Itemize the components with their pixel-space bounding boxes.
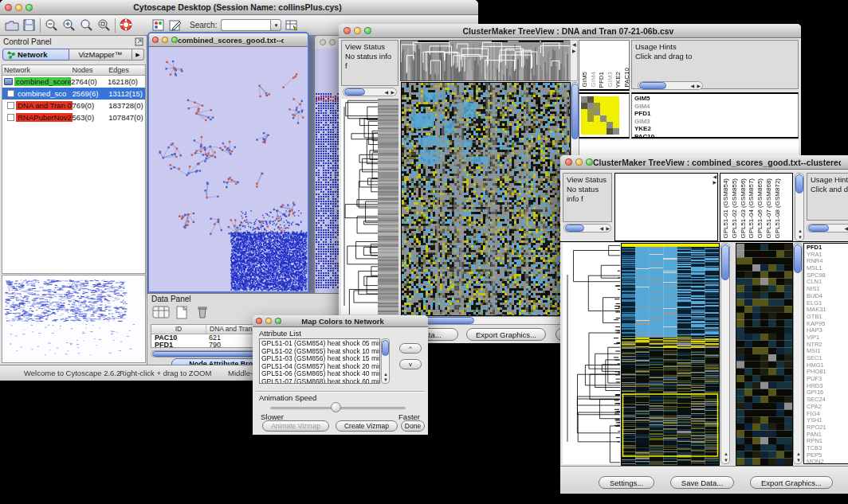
treeview2-status-scrollbar[interactable]: ◀▶ [563,224,611,232]
column-label[interactable]: GPL51-04 (GSM857) [748,178,756,239]
done-button[interactable]: Done [401,420,425,432]
treeview2-row-dendrogram[interactable] [563,243,620,464]
close-button[interactable] [5,4,12,11]
treeview1-heatmap[interactable] [401,82,571,316]
treeview2-heatmap[interactable] [621,243,720,466]
zoom-column-label[interactable]: GIM5 [581,72,590,88]
column-header-id[interactable]: ID [151,325,206,334]
zoom-row-label[interactable]: GIM4 [634,103,798,111]
treeview1-title-bar[interactable]: ClusterMaker TreeView : DNA and Tran 07-… [339,24,801,38]
annotation-icon[interactable] [169,19,183,32]
float-panel-icon[interactable] [135,37,143,46]
save-icon[interactable] [23,19,36,32]
treeview1-row-dendrogram[interactable] [341,99,398,315]
delete-attribute-icon[interactable] [195,305,210,319]
animate-vizmap-button[interactable]: Animate Vizmap [262,420,329,432]
minimize-button[interactable] [575,158,583,166]
zoom-column-label[interactable]: PFD1 [598,72,607,88]
network-item-edges: 13112(15) [108,89,145,98]
dialog-title-bar[interactable]: Map Colors to Network [253,315,428,327]
tab-network[interactable]: Network [2,49,69,61]
treeview2-heatmap-vscrollbar[interactable]: ▲▼ [720,243,730,464]
minimize-button[interactable] [15,4,22,11]
treeview2-save-data-button[interactable]: Save Data... [670,476,734,489]
zoom-column-label[interactable]: GIM3 [607,72,615,88]
column-label[interactable]: GPL51-07 (GSM868) [765,178,774,239]
treeview1-column-dendrogram[interactable] [400,40,571,81]
close-button[interactable] [344,27,351,34]
close-button[interactable] [320,39,326,45]
treeview1-zoom-matrix[interactable] [581,96,619,135]
zoom-button[interactable] [364,27,371,34]
search-input[interactable] [221,19,270,31]
network-view-canvas[interactable] [149,47,308,291]
treeview2-genes-hscrollbar[interactable]: ◀▶ [807,224,848,232]
zoom-column-label[interactable]: PAC10 [623,68,630,88]
close-button[interactable] [152,37,159,43]
treeview2-zoom-heatmap[interactable] [736,243,793,466]
zoom-column-label[interactable]: GIM4 [590,72,599,88]
zoom-row-label[interactable]: YKE2 [634,125,798,133]
column-label[interactable]: GPL51-06 (GSM865) [756,178,765,239]
move-up-button[interactable]: ^ [399,343,422,354]
zoom-button[interactable] [171,37,178,43]
network-list-item[interactable]: combined_sco 2569(6) 13112(15) [2,88,145,100]
zoom-row-label[interactable]: GIM5 [634,95,798,103]
treeview1-status-scrollbar[interactable]: ◀▶ [343,88,397,96]
zoom-out-icon[interactable] [45,18,58,32]
tab-overflow-button[interactable]: ▶ [132,49,144,61]
zoom-in-icon[interactable] [62,18,76,32]
zoom-column-label[interactable]: YKE2 [614,72,623,88]
zoom-button[interactable] [586,158,593,166]
zoom-fit-icon[interactable] [97,18,111,32]
treeview2-column-dendrogram[interactable]: ◀▶ [614,173,718,241]
column-label[interactable]: GPL51-02 (GSM855) [731,178,740,239]
close-button[interactable] [256,318,262,324]
network-list-item[interactable]: combined_scores 2764(0) 16218(0) [2,76,145,88]
zoom-button[interactable] [275,318,281,324]
main-title-bar[interactable]: Cytoscape Desktop (Session Name: collins… [0,0,478,15]
column-label[interactable]: GPL51-03 (GSM856) [740,178,748,239]
treeview1-export-graphics-button[interactable]: Export Graphics... [466,328,546,341]
close-button[interactable] [565,158,572,166]
help-ring-icon[interactable] [120,18,133,32]
network-list-item[interactable]: RNAPuberNov2+ 563(0) 107847(0) [2,111,145,123]
attribute-list-item[interactable]: GPL51-07 (GSM868) heat shock 60 min [261,378,378,384]
zoom-selected-icon[interactable] [80,18,93,32]
attribute-row-id: PFD1 [151,342,183,349]
treeview2-settings-button[interactable]: Settings... [599,476,654,489]
network-item-edges: 107847(0) [108,113,145,122]
attribute-select-icon[interactable] [152,305,170,319]
minimize-button[interactable] [162,37,168,43]
treeview2-export-graphics-button[interactable]: Export Graphics... [750,476,833,489]
move-down-button[interactable]: v [399,359,422,369]
treeview1-dendro-arrows[interactable]: ◀▶ [570,40,578,81]
tab-vizmapper[interactable]: VizMapper™ [69,49,133,61]
minimize-button[interactable] [354,27,361,34]
treeview1-zoom-hscrollbar[interactable]: ◀▶ [638,81,703,90]
column-label[interactable]: GPL51-01 (GSM854) [722,178,731,239]
treeview2-labels-vscrollbar[interactable]: ▲▼ [795,173,804,241]
new-attribute-icon[interactable] [175,305,190,319]
zoom-button[interactable] [26,4,33,11]
network-overview-canvas[interactable] [2,275,145,362]
network-table-header[interactable]: Network Nodes Edges [2,65,145,76]
zoom-row-label[interactable]: PFD1 [634,110,798,118]
minimize-button[interactable] [329,39,336,45]
network-overview-panel[interactable] [2,275,146,363]
zoom-row-label[interactable]: PAC10 [634,133,798,139]
import-table-icon[interactable] [285,19,299,32]
vizmapper-grid-icon[interactable] [152,19,165,32]
gene-label[interactable]: MON2 [807,459,848,464]
slider-thumb[interactable] [331,402,341,412]
open-folder-icon[interactable] [5,19,19,32]
treeview2-title-bar[interactable]: ClusterMaker TreeView : combined_scores_… [560,155,848,170]
network-list-item[interactable]: DNA and Tran 07 769(0) 183728(0) [2,100,145,111]
minimize-button[interactable] [265,318,272,324]
attribute-list-scrollbar[interactable]: ▲▼ [381,338,390,384]
create-vizmap-button[interactable]: Create Vizmap [336,420,398,432]
treeview2-zoom-vscrollbar[interactable]: ▲▼ [793,243,803,464]
search-dropdown-button[interactable]: ▾ [270,19,281,31]
zoom-row-label[interactable]: GIM3 [634,118,798,126]
column-label[interactable]: GPL51-08 (GSM872) [774,178,783,239]
